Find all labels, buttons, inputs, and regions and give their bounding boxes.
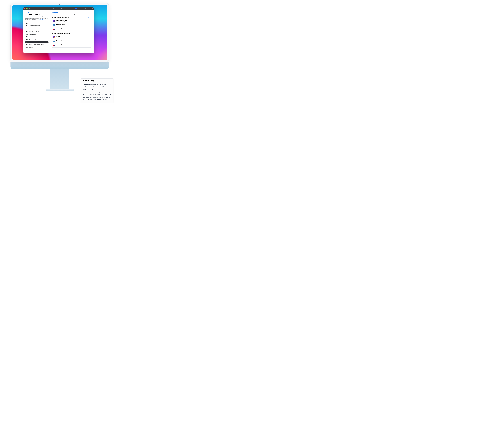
svg-point-9 xyxy=(26,34,27,34)
camera-icon xyxy=(59,4,60,5)
imac-device: accountscenter.facebook.com xyxy=(10,3,109,91)
nav-password-security[interactable]: Password and security xyxy=(25,30,49,33)
forward-button[interactable] xyxy=(34,8,35,9)
meta-pay-logo: ∞ Meta Pay xyxy=(51,12,92,13)
svg-point-5 xyxy=(27,23,27,23)
nav-item-label: Connected experiences xyxy=(29,25,40,26)
main-description-text: Manage your saved payment info and which… xyxy=(51,14,82,16)
group-title: Accounts with separate payment info xyxy=(51,33,70,34)
mastercard-icon xyxy=(53,29,55,30)
imac-foot xyxy=(46,89,74,91)
payment-card-row: Mastercard •••• 7224 ⋮ xyxy=(52,27,92,31)
lock-icon xyxy=(53,8,54,9)
chevron-right-icon xyxy=(89,37,91,38)
shield-icon[interactable] xyxy=(44,8,45,9)
row-subtitle: Instagram xyxy=(56,37,88,38)
more-menu-button[interactable]: ⋮ xyxy=(89,25,91,26)
chevron-down-icon[interactable] xyxy=(31,8,32,9)
meta-logo-text: Meta xyxy=(26,12,29,13)
section-label-account-settings: Account settings xyxy=(25,28,49,30)
amex-card-icon: AMEX xyxy=(53,25,55,26)
avatar xyxy=(53,36,55,38)
nav-item-label: Show that your profile is verified xyxy=(29,44,43,45)
nav-personal-details[interactable]: Personal details xyxy=(25,33,49,35)
learn-more-link[interactable]: Learn more xyxy=(38,19,43,20)
svg-rect-0 xyxy=(29,8,31,9)
meta-pay-logo-text: Meta Pay xyxy=(53,12,59,13)
main-description: Manage your saved payment info and which… xyxy=(51,14,92,16)
main-panel: ∞ Meta Pay Manage your saved payment inf… xyxy=(50,10,94,53)
imac-chin xyxy=(10,61,109,69)
note-divider xyxy=(83,82,112,82)
new-tab-icon[interactable] xyxy=(90,8,91,9)
nav-ad-preferences[interactable]: Ad preferences xyxy=(25,38,49,41)
reader-badge[interactable] xyxy=(76,8,77,9)
nav-profiles[interactable]: Profiles xyxy=(25,22,49,24)
card-brand: Mastercard xyxy=(56,28,88,29)
group-title: Accounts with synced payment info xyxy=(51,17,69,18)
sidebar: ∞ Meta Accounts Centre Manage your conne… xyxy=(23,10,50,53)
annotation-note: Note from Finlay Meta Pay Wallet was lau… xyxy=(81,78,113,103)
mastercard-icon xyxy=(53,45,55,46)
nav-primary: Profiles Connected experiences xyxy=(25,22,49,27)
nav-connected-experiences[interactable]: Connected experiences xyxy=(25,24,49,27)
card-last4: •••• 7224 xyxy=(56,30,88,31)
svg-rect-11 xyxy=(26,42,27,42)
minimize-window-button[interactable] xyxy=(26,8,27,9)
card-last4: •••• 1010 xyxy=(56,41,88,42)
nav-item-label: Personal details xyxy=(29,33,36,35)
separate-account-row[interactable]: alwang Instagram xyxy=(52,35,92,39)
card-brand: American Express xyxy=(56,40,88,41)
card-last4: •••• 7224 xyxy=(56,46,88,47)
shield-icon xyxy=(26,31,28,32)
maximize-window-button[interactable] xyxy=(27,8,28,9)
download-icon[interactable] xyxy=(85,8,86,9)
note-body-2: Despite a shared design-system, implemen… xyxy=(83,91,112,101)
more-menu-button[interactable]: ⋮ xyxy=(89,41,91,42)
tabs-icon[interactable] xyxy=(92,8,93,9)
more-menu-button[interactable]: ⋮ xyxy=(89,45,91,46)
nav-info-permissions[interactable]: Your information and permissions xyxy=(25,35,49,38)
synced-card-list: Synced payment info Alicia Wang, planter… xyxy=(51,19,92,32)
card-icon xyxy=(26,41,28,43)
id-card-icon xyxy=(26,33,28,35)
meta-infinity-icon: ∞ xyxy=(25,11,26,13)
amex-card-icon: AMEX xyxy=(53,41,55,42)
imac-screen-bezel: accountscenter.facebook.com xyxy=(10,3,109,62)
desktop-wallpaper: accountscenter.facebook.com xyxy=(12,5,107,60)
nav-verified[interactable]: Show that your profile is verified xyxy=(25,43,49,46)
learn-more-link[interactable]: Learn more xyxy=(82,14,87,16)
user-circle-icon xyxy=(26,47,28,48)
note-title: Note from Finlay xyxy=(83,80,112,82)
row-title: alwang xyxy=(56,36,88,37)
nav-item-label: Password and security xyxy=(29,31,39,32)
page-description-text: Manage your connected experiences and ac… xyxy=(25,16,48,20)
nav-meta-pay[interactable]: Meta Pay xyxy=(25,41,49,43)
address-bar[interactable]: accountscenter.facebook.com xyxy=(46,8,75,9)
group-synced: Accounts with synced payment info Manage… xyxy=(51,17,92,32)
synced-account-row[interactable]: Synced payment info Alicia Wang, planter… xyxy=(52,19,92,23)
browser-window: accountscenter.facebook.com xyxy=(23,8,94,53)
document-icon xyxy=(26,36,28,37)
close-button[interactable] xyxy=(91,11,92,13)
group-separate: Accounts with separate payment info alwa… xyxy=(51,33,92,48)
window-controls xyxy=(24,8,28,9)
payment-card-row: AMEX American Express •••• 1010 ⋮ xyxy=(52,23,92,27)
nav-accounts[interactable]: Accounts xyxy=(25,46,49,49)
more-menu-button[interactable]: ⋮ xyxy=(89,29,91,30)
payment-card-row: AMEX American Express •••• 1010 ⋮ xyxy=(52,39,92,43)
sidebar-toggle-icon[interactable] xyxy=(29,8,31,9)
profile-icon xyxy=(26,22,28,24)
avatar xyxy=(53,20,55,22)
payment-card-row: Mastercard •••• 7224 ⋮ xyxy=(52,43,92,48)
manage-link[interactable]: Manage xyxy=(88,17,92,18)
megaphone-icon xyxy=(26,39,28,40)
share-icon[interactable] xyxy=(88,8,89,9)
note-body-1: Meta Pay Wallet was launched across face… xyxy=(83,83,112,91)
meta-infinity-icon: ∞ xyxy=(51,12,53,13)
separate-card-list: alwang Instagram AMEX xyxy=(51,35,92,48)
verified-icon xyxy=(26,44,28,45)
svg-rect-10 xyxy=(26,36,27,37)
close-window-button[interactable] xyxy=(24,8,25,9)
back-button[interactable] xyxy=(33,8,34,9)
